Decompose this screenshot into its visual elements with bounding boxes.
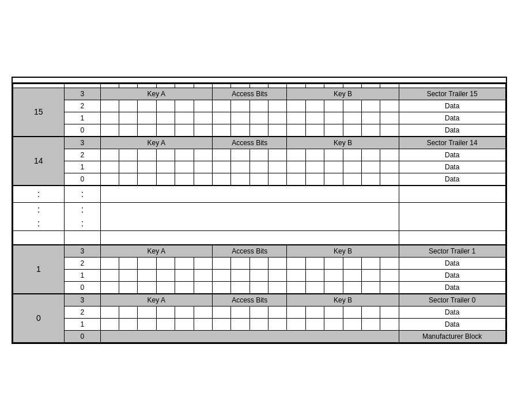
byte-cell <box>249 124 268 137</box>
byte-cell <box>343 173 361 186</box>
byte-cell <box>175 257 194 269</box>
block-number: 0 <box>65 330 100 342</box>
byte-cell <box>249 149 268 161</box>
byte-cell <box>324 112 343 124</box>
sector-number: 14 <box>13 137 65 186</box>
byte-cell <box>156 161 175 173</box>
dots-sector-2: : <box>13 203 65 217</box>
byte-cell <box>343 257 361 269</box>
byte-cell <box>119 281 137 294</box>
spacer-bytes <box>100 231 399 245</box>
block-number: 2 <box>65 306 100 318</box>
byte-cell <box>175 124 194 137</box>
byte-cell <box>100 149 119 161</box>
byte-cell <box>380 161 399 173</box>
byte-cell <box>305 149 324 161</box>
table-row: 1 3 Key A Access Bits Key B Sector Trail… <box>13 245 505 258</box>
table-row: 1 Data <box>13 112 505 124</box>
block-number: 1 <box>65 318 100 330</box>
byte-cell <box>138 318 156 330</box>
table-row: 0 Data <box>13 124 505 137</box>
byte-cell <box>156 149 175 161</box>
byte-cell <box>269 161 287 173</box>
block-description: Data <box>399 318 505 330</box>
byte-cell <box>380 257 399 269</box>
byte-0-header <box>100 84 119 88</box>
key-a-cell: Key A <box>100 294 212 307</box>
block-description: Sector Trailer 14 <box>399 137 505 149</box>
byte-cell <box>287 100 305 112</box>
byte-cell <box>194 173 212 186</box>
dots-spacer <box>13 231 505 245</box>
byte-cell <box>156 112 175 124</box>
byte-cell <box>194 100 212 112</box>
byte-cell <box>362 269 380 281</box>
table-row: 15 3 Key A Access Bits Key B Sector Trai… <box>13 88 505 100</box>
byte-cell <box>249 112 268 124</box>
byte-cell <box>343 100 361 112</box>
table-row: 0 Data <box>13 281 505 294</box>
byte-cell <box>380 112 399 124</box>
byte-cell <box>100 306 119 318</box>
byte-cell <box>324 306 343 318</box>
byte-cell <box>287 281 305 294</box>
dots-bytes-3 <box>100 217 399 231</box>
byte-cell <box>212 149 230 161</box>
byte-cell <box>362 306 380 318</box>
byte-cell <box>324 281 343 294</box>
byte-cell <box>138 149 156 161</box>
byte-cell <box>119 124 137 137</box>
byte-cell <box>100 124 119 137</box>
block-number: 2 <box>65 100 100 112</box>
spacer-sector <box>13 231 65 245</box>
dots-sector-1: : <box>13 186 65 203</box>
byte-cell <box>305 124 324 137</box>
byte-14-header <box>362 84 380 88</box>
byte-cell <box>343 281 361 294</box>
byte-cell <box>156 257 175 269</box>
byte-cell <box>194 149 212 161</box>
byte-5-header <box>194 84 212 88</box>
byte-15-header <box>380 84 399 88</box>
byte-cell <box>380 173 399 186</box>
byte-7-header <box>231 84 249 88</box>
block-number: 2 <box>65 257 100 269</box>
byte-cell <box>324 269 343 281</box>
byte-cell <box>362 149 380 161</box>
byte-cell <box>362 173 380 186</box>
byte-cell <box>231 257 249 269</box>
block-number: 2 <box>65 149 100 161</box>
block-description: Data <box>399 269 505 281</box>
byte-cell <box>287 161 305 173</box>
byte-cell <box>269 112 287 124</box>
byte-cell <box>269 124 287 137</box>
byte-cell <box>175 281 194 294</box>
table-row: 2 Data <box>13 149 505 161</box>
byte-cell <box>269 149 287 161</box>
byte-cell <box>119 269 137 281</box>
byte-cell <box>380 281 399 294</box>
byte-cell <box>231 318 249 330</box>
byte-cell <box>343 112 361 124</box>
block-number: 1 <box>65 161 100 173</box>
dots-row-2: : : <box>13 203 505 217</box>
sector-number: 0 <box>13 294 65 343</box>
byte-cell <box>119 318 137 330</box>
access-bits-cell: Access Bits <box>212 88 287 100</box>
byte-cell <box>194 269 212 281</box>
byte-cell <box>305 318 324 330</box>
byte-cell <box>138 100 156 112</box>
byte-cell <box>138 112 156 124</box>
key-a-cell: Key A <box>100 88 212 100</box>
byte-cell <box>212 173 230 186</box>
block-description: Data <box>399 161 505 173</box>
byte-cell <box>212 306 230 318</box>
byte-cell <box>269 257 287 269</box>
byte-cell <box>305 306 324 318</box>
table-row: 1 Data <box>13 269 505 281</box>
byte-10-header <box>287 84 305 88</box>
block-description: Data <box>399 100 505 112</box>
byte-4-header <box>175 84 194 88</box>
dots-bytes-2 <box>100 203 399 217</box>
sector-number: 1 <box>13 245 65 294</box>
